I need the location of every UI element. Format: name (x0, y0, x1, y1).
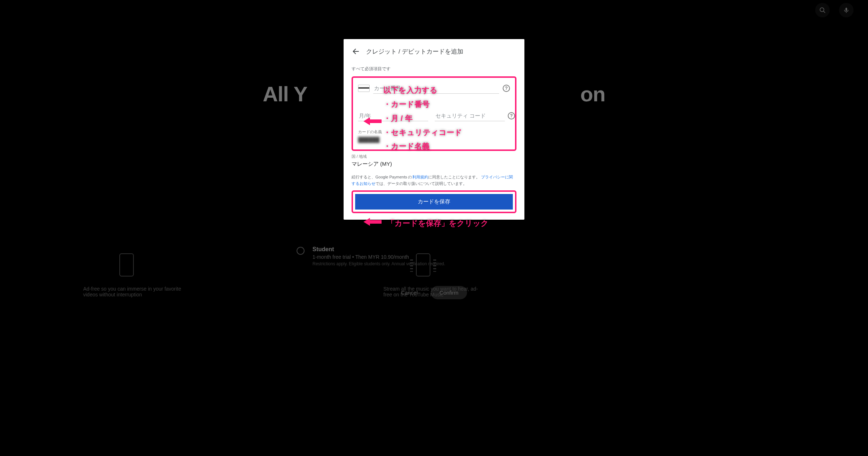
radio-icon (297, 247, 305, 255)
dialog-title: クレジット / デビットカードを追加 (366, 47, 463, 56)
region-label: 国 / 地域 (352, 154, 516, 159)
svg-point-0 (820, 8, 824, 12)
region-value[interactable]: マレーシア (MY) (352, 161, 516, 168)
annotation-highlight-save: カードを保存 (352, 190, 516, 213)
plan-note: Restrictions apply. Eligible students on… (312, 261, 445, 266)
topbar (0, 0, 868, 20)
save-card-button[interactable]: カードを保存 (355, 194, 513, 210)
svg-marker-5 (363, 117, 382, 125)
annotation-arrow-icon (363, 216, 382, 227)
search-icon (815, 3, 830, 17)
required-note: すべて必須項目です (352, 66, 516, 72)
cardholder-name-value[interactable]: ██████ (358, 137, 380, 143)
cancel-button: Cancel (401, 290, 418, 296)
tos-link[interactable]: 利用規約 (412, 175, 428, 179)
credit-card-icon (358, 85, 370, 92)
help-icon[interactable]: ? (503, 85, 510, 92)
svg-line-1 (824, 11, 825, 13)
dialog-buttons: Cancel Confirm (401, 286, 467, 299)
legal-text: 続行すると、Google Payments の利用規約に同意したことになります。… (352, 174, 516, 187)
svg-rect-2 (846, 8, 847, 11)
feature-text-left: Ad-free so you can immerse in your favor… (83, 286, 184, 297)
help-icon[interactable]: ? (508, 112, 515, 119)
annotation-arrow-icon (363, 116, 382, 127)
plan-option-student: Student 1-month free trial • Then MYR 10… (297, 246, 571, 266)
phone-vibrate-icon (416, 253, 430, 276)
plan-name: Student (312, 246, 445, 253)
phone-icon (119, 253, 134, 276)
back-arrow-icon[interactable] (352, 47, 360, 56)
annotation-callout-save: 「カードを保存」をクリック (387, 216, 489, 231)
svg-marker-6 (363, 218, 382, 226)
confirm-button: Confirm (431, 286, 467, 299)
feature-text-right: Stream all the music you want to hear, a… (383, 286, 485, 297)
mic-icon (839, 3, 854, 17)
plan-subtitle: 1-month free trial • Then MYR 10.90/mont… (312, 254, 445, 260)
annotation-callout-fields: 以下を入力する ・カード番号 ・月 / 年 ・セキュリティコード ・カード名義 (383, 83, 462, 153)
